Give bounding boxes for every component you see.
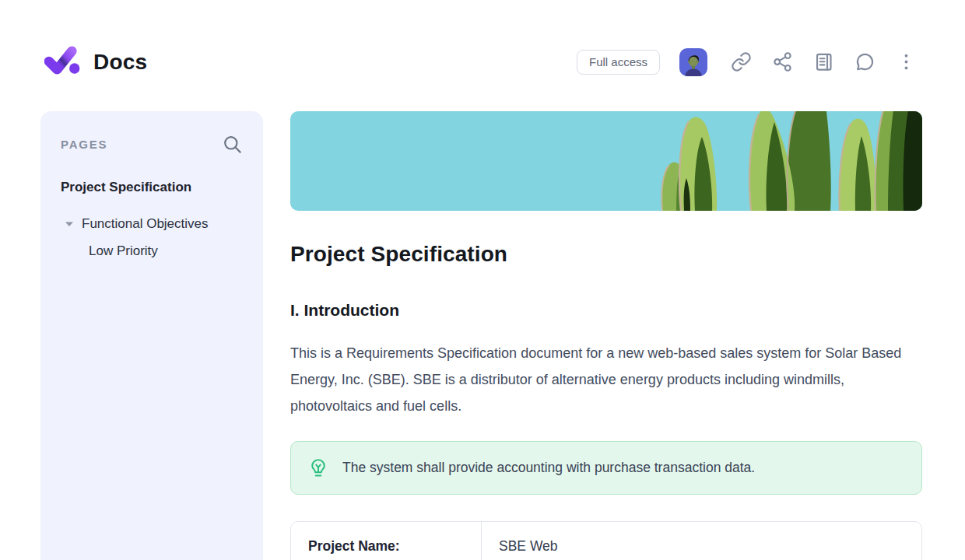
callout-block[interactable]: The system shall provide accounting with… [290, 441, 922, 495]
share-icon [772, 51, 793, 72]
lightbulb-icon [308, 458, 328, 478]
table-row: Project Name: SBE Web [291, 522, 921, 560]
sidebar-item-label: Functional Objectives [82, 216, 209, 232]
comments-button[interactable] [854, 51, 876, 73]
share-button[interactable] [771, 51, 793, 73]
kebab-menu-icon [896, 51, 917, 72]
document-canvas: Project Specification I. Introduction Th… [290, 111, 922, 560]
access-level-button[interactable]: Full access [577, 50, 660, 75]
intro-paragraph[interactable]: This is a Requirements Specification doc… [290, 340, 922, 419]
copy-link-button[interactable] [730, 51, 752, 73]
callout-text: The system shall provide accounting with… [342, 460, 755, 476]
cover-image [290, 111, 922, 211]
more-button[interactable] [895, 51, 917, 73]
app-title: Docs [93, 50, 147, 75]
page-title[interactable]: Project Specification [290, 242, 922, 267]
chevron-down-icon[interactable] [65, 221, 74, 227]
link-icon [731, 51, 752, 72]
search-button[interactable] [222, 134, 243, 155]
content-area: PAGES Project Specification Functional O… [0, 111, 965, 560]
sidebar-item-project-specification[interactable]: Project Specification [61, 180, 243, 195]
section-heading[interactable]: I. Introduction [290, 301, 922, 320]
brand: Docs [44, 45, 147, 79]
journal-icon [813, 51, 834, 72]
table-cell-label[interactable]: Project Name: [291, 522, 482, 560]
notes-button[interactable] [812, 51, 834, 73]
table-cell-value[interactable]: SBE Web [482, 522, 575, 560]
header-actions: Full access [577, 48, 917, 76]
user-avatar[interactable] [679, 48, 707, 76]
cactus-photo [290, 111, 922, 211]
pages-sidebar: PAGES Project Specification Functional O… [40, 111, 263, 560]
sidebar-title: PAGES [61, 138, 107, 151]
top-bar: Docs Full access [0, 0, 965, 111]
search-icon [222, 134, 243, 155]
comment-icon [854, 51, 876, 72]
app-window: Docs Full access [0, 0, 965, 560]
sidebar-item-low-priority[interactable]: Low Priority [61, 243, 243, 259]
page-tree: Project Specification Functional Objecti… [61, 180, 243, 259]
sidebar-item-functional-objectives[interactable]: Functional Objectives [61, 216, 243, 232]
properties-table: Project Name: SBE Web [290, 521, 922, 560]
sidebar-header: PAGES [61, 134, 243, 155]
app-logo-icon [44, 45, 80, 79]
